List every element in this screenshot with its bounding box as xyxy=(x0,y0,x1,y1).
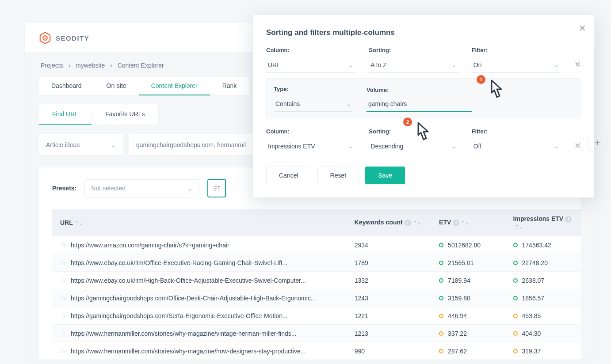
sort-filter-button[interactable] xyxy=(207,179,226,197)
brand-logo: SEODITY xyxy=(39,32,89,44)
select-column[interactable]: URL⌄ xyxy=(266,57,355,73)
add-rule-button[interactable]: ＋ xyxy=(588,133,607,152)
tab-onsite[interactable]: On-site xyxy=(94,77,139,95)
save-button[interactable]: Save xyxy=(365,167,405,184)
cell-keywords-count: 1789 xyxy=(348,254,433,272)
col-keywords-count[interactable]: Keywords counti⌃⌄ xyxy=(348,209,433,236)
cell-url: https://www.hermanmiller.com/stories/why… xyxy=(71,330,296,337)
star-icon[interactable]: ☆ xyxy=(60,258,66,267)
sort-filter-modal: ✕ Sorting and filters multiple-columns C… xyxy=(253,15,594,197)
star-icon[interactable]: ☆ xyxy=(60,276,66,284)
tab-content-explorer[interactable]: Content Explorer xyxy=(139,77,210,95)
cell-impressions-etv: 1856.57 xyxy=(507,289,581,307)
chevron-down-icon: ⌄ xyxy=(554,142,559,150)
table-row[interactable]: ☆https://gamingchairgoodshops.com/Office… xyxy=(52,289,581,307)
star-icon[interactable]: ☆ xyxy=(60,347,66,355)
label-column: Column: xyxy=(266,128,355,135)
cell-impressions-etv: 404.30 xyxy=(507,325,581,342)
cell-url: https://www.hermanmiller.com/stories/why… xyxy=(71,348,306,355)
cell-etv: 337.22 xyxy=(433,325,507,342)
tab-rank[interactable]: Rank xyxy=(210,77,249,95)
subtab-find-url[interactable]: Find URL xyxy=(39,104,92,125)
label-column: Column: xyxy=(266,47,355,53)
cell-keywords-count: 1243 xyxy=(348,289,433,307)
label-type: Type: xyxy=(274,86,353,92)
select-column[interactable]: Impressions ETV⌄ xyxy=(266,138,355,154)
brand-name: SEODITY xyxy=(56,34,89,42)
results-table: URL⌃⌄ Keywords counti⌃⌄ ETVi⌃⌄ Impressio… xyxy=(52,209,581,360)
breadcrumb-item[interactable]: Projects xyxy=(41,62,63,69)
cell-etv: 3159.80 xyxy=(433,289,507,307)
label-filter: Filter: xyxy=(472,128,561,135)
chevron-down-icon: ⌄ xyxy=(187,184,193,193)
cell-etv: 287.62 xyxy=(433,342,507,360)
info-icon: i xyxy=(405,220,411,226)
cell-keywords-count: 1332 xyxy=(348,272,433,289)
select-sorting[interactable]: Descending⌄ xyxy=(369,138,458,154)
col-url[interactable]: URL⌃⌄ xyxy=(52,209,348,236)
table-row[interactable]: ☆https://www.amazon.com/gaming-chair/s?k… xyxy=(52,236,581,254)
cell-impressions-etv: 319.37 xyxy=(507,342,581,360)
logo-icon xyxy=(39,32,51,44)
cell-etv: 5012682.80 xyxy=(433,236,507,254)
cell-keywords-count: 1213 xyxy=(348,325,433,342)
cell-url: https://www.ebay.co.uk/itm/High-Back-Off… xyxy=(71,277,306,284)
table-row[interactable]: ☆https://www.hermanmiller.com/stories/wh… xyxy=(52,325,581,342)
close-icon[interactable]: ✕ xyxy=(579,23,586,34)
select-filter[interactable]: On⌄ xyxy=(472,57,561,73)
reset-button[interactable]: Reset xyxy=(317,167,359,184)
breadcrumb-item: Content Explorer xyxy=(118,62,164,69)
select-filter[interactable]: Off⌄ xyxy=(472,138,561,154)
remove-rule-button[interactable]: ✕ xyxy=(574,60,581,73)
cell-url: https://www.ebay.co.uk/itm/Office-Execut… xyxy=(71,259,287,266)
table-row[interactable]: ☆https://www.ebay.co.uk/itm/High-Back-Of… xyxy=(52,272,581,289)
cell-impressions-etv: 174563.42 xyxy=(507,236,581,254)
modal-title: Sorting and filters multiple-columns xyxy=(266,28,581,37)
article-ideas-select[interactable]: Article ideas ⌄ xyxy=(39,134,123,155)
label-sorting: Sorting: xyxy=(369,128,458,135)
cancel-button[interactable]: Cancel xyxy=(266,167,311,184)
cell-keywords-count: 2934 xyxy=(348,236,433,254)
table-row[interactable]: ☆https://gamingchairgoodshops.com/Serta-… xyxy=(52,307,581,325)
presets-label: Presets: xyxy=(52,185,76,192)
cell-keywords-count: 990 xyxy=(348,342,433,360)
subtab-favorite-urls[interactable]: Favorite URLs xyxy=(92,104,158,125)
chevron-right-icon: › xyxy=(68,62,70,69)
input-volume[interactable] xyxy=(367,97,472,112)
cell-impressions-etv: 2638.07 xyxy=(507,272,581,289)
table-row[interactable]: ☆https://www.hermanmiller.com/stories/wh… xyxy=(52,342,581,360)
cell-impressions-etv: 22748.20 xyxy=(507,254,581,272)
select-type[interactable]: Contains⌄ xyxy=(274,96,353,112)
cell-keywords-count: 1221 xyxy=(348,307,433,325)
svg-point-2 xyxy=(44,37,46,38)
star-icon[interactable]: ☆ xyxy=(60,311,66,320)
cell-etv: 7189.94 xyxy=(433,272,507,289)
chevron-down-icon: ⌄ xyxy=(451,61,457,69)
col-impressions-etv[interactable]: Impressions ETVi⌃⌄ xyxy=(507,209,581,236)
chevron-down-icon: ⌄ xyxy=(348,142,354,150)
breadcrumb-item[interactable]: mywebsite xyxy=(76,62,105,69)
star-icon[interactable]: ☆ xyxy=(60,241,66,249)
preset-select[interactable]: Not selected ⌄ xyxy=(84,179,199,197)
chevron-down-icon: ⌄ xyxy=(554,61,559,69)
chevron-right-icon: › xyxy=(110,62,112,69)
chevron-down-icon: ⌄ xyxy=(348,61,354,69)
chevron-down-icon: ⌄ xyxy=(346,99,351,108)
star-icon[interactable]: ☆ xyxy=(60,294,66,302)
info-icon: i xyxy=(565,216,572,223)
chevron-down-icon: ⌄ xyxy=(110,140,116,149)
info-icon: i xyxy=(453,220,459,226)
cell-url: https://www.amazon.com/gaming-chair/s?k=… xyxy=(71,242,229,249)
cell-impressions-etv: 453.85 xyxy=(507,307,581,325)
table-row[interactable]: ☆https://www.ebay.co.uk/itm/Office-Execu… xyxy=(52,254,581,272)
cell-etv: 21565.01 xyxy=(433,254,507,272)
cell-url: https://gamingchairgoodshops.com/Serta-E… xyxy=(71,312,288,319)
col-etv[interactable]: ETVi⌃⌄ xyxy=(433,209,507,236)
label-sorting: Sorting: xyxy=(369,47,458,53)
cell-etv: 446.94 xyxy=(433,307,507,325)
chevron-down-icon: ⌄ xyxy=(451,142,457,150)
star-icon[interactable]: ☆ xyxy=(60,329,66,337)
tab-dashboard[interactable]: Dashboard xyxy=(39,77,94,95)
remove-rule-button[interactable]: ✕ xyxy=(574,141,581,154)
select-sorting[interactable]: A to Z⌄ xyxy=(369,57,458,73)
